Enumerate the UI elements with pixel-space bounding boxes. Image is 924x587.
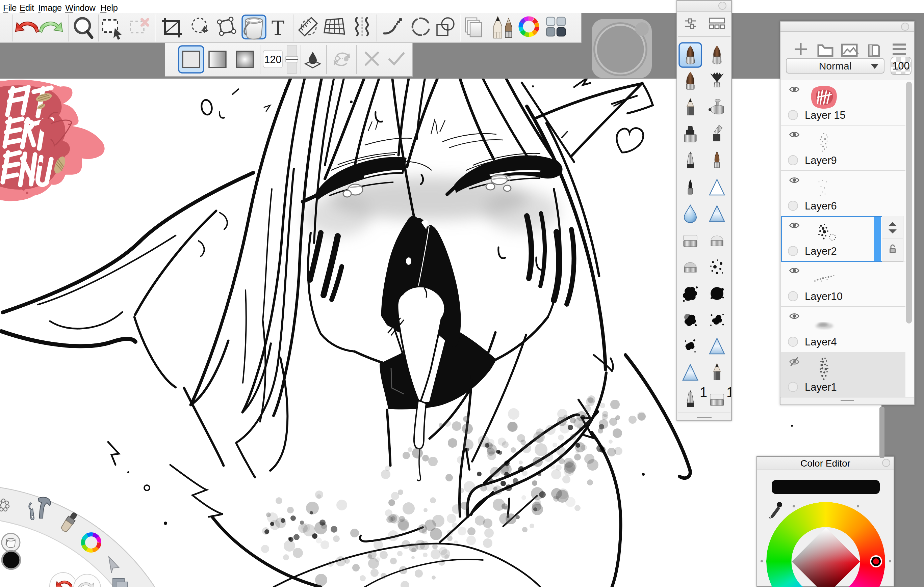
svg-text:120: 120 — [264, 54, 282, 66]
svg-text:T: T — [271, 15, 284, 39]
